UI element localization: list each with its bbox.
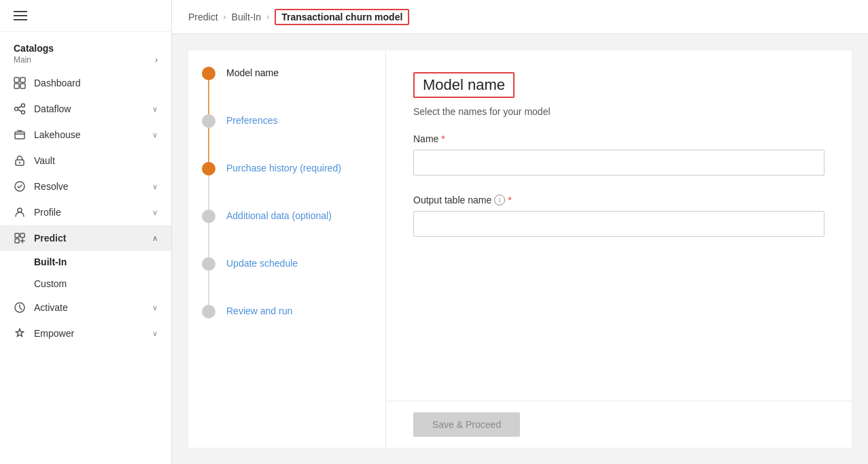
svg-rect-16 xyxy=(15,239,19,243)
step-preferences: Preferences xyxy=(202,114,372,162)
hamburger-menu[interactable] xyxy=(14,11,27,20)
nav-items: Dashboard Dataflow ∨ xyxy=(0,70,171,464)
svg-point-4 xyxy=(15,107,18,111)
predict-icon xyxy=(14,232,26,244)
sidebar-item-dashboard[interactable]: Dashboard xyxy=(0,70,171,96)
step-5-line xyxy=(208,271,209,305)
step-additional-data: Additional data (optional) xyxy=(202,210,372,257)
output-table-required-star: * xyxy=(508,195,511,205)
step-5-circle xyxy=(202,257,215,271)
name-input[interactable] xyxy=(413,150,824,176)
catalogs-chevron[interactable]: › xyxy=(155,55,158,65)
content-area: Model name Preferences xyxy=(172,34,868,464)
step-3-line xyxy=(208,176,209,210)
step-6-circle xyxy=(202,305,215,318)
flow-icon xyxy=(14,103,26,115)
dataflow-chevron: ∨ xyxy=(152,105,158,114)
svg-rect-1 xyxy=(20,78,25,82)
dataflow-label: Dataflow xyxy=(34,103,144,114)
step-1-label[interactable]: Model name xyxy=(226,67,372,78)
lakehouse-label: Lakehouse xyxy=(34,129,144,140)
dashboard-label: Dashboard xyxy=(34,78,158,88)
grid-icon xyxy=(14,77,26,89)
breadcrumb-sep-1: › xyxy=(224,12,226,22)
activate-chevron: ∨ xyxy=(152,303,158,312)
sidebar-item-vault[interactable]: Vault xyxy=(0,148,171,173)
name-required-star: * xyxy=(441,133,445,144)
step-4-line xyxy=(208,223,209,257)
box-icon xyxy=(14,129,26,141)
sidebar-item-predict[interactable]: Predict ∧ xyxy=(0,225,171,251)
step-3-label[interactable]: Purchase history (required) xyxy=(226,162,372,173)
step-2-line xyxy=(208,128,209,162)
sidebar-item-dataflow[interactable]: Dataflow ∨ xyxy=(0,96,171,122)
profile-label: Profile xyxy=(34,207,144,218)
form-title: Model name xyxy=(423,76,505,93)
sidebar-header xyxy=(0,0,171,32)
catalogs-sub: Main › xyxy=(14,55,158,65)
sidebar-item-profile[interactable]: Profile ∨ xyxy=(0,199,171,225)
step-2-left xyxy=(202,114,215,162)
step-4-left xyxy=(202,210,215,257)
svg-rect-15 xyxy=(20,233,24,237)
steps-panel: Model name Preferences xyxy=(188,50,385,448)
step-3-left xyxy=(202,162,215,210)
activate-icon xyxy=(14,301,26,314)
step-4-circle xyxy=(202,210,215,223)
resolve-icon xyxy=(14,180,26,193)
profile-chevron: ∨ xyxy=(152,208,158,217)
output-table-input[interactable] xyxy=(413,211,824,237)
step-6-label[interactable]: Review and run xyxy=(226,305,372,316)
lakehouse-chevron: ∨ xyxy=(152,131,158,139)
step-5-left xyxy=(202,257,215,305)
svg-point-13 xyxy=(18,208,22,212)
svg-rect-0 xyxy=(14,78,19,82)
svg-rect-9 xyxy=(15,132,24,139)
svg-rect-14 xyxy=(15,233,19,237)
form-content: Model name Select the names for your mod… xyxy=(386,50,852,401)
sidebar: Catalogs Main › Dashboard xyxy=(0,0,172,464)
step-6-left xyxy=(202,305,215,318)
resolve-chevron: ∨ xyxy=(152,182,158,191)
catalogs-label: Catalogs xyxy=(14,43,158,54)
output-table-label: Output table name i * xyxy=(413,195,824,205)
name-label: Name * xyxy=(413,133,824,144)
vault-label: Vault xyxy=(34,155,158,166)
step-5-label[interactable]: Update schedule xyxy=(226,257,372,269)
breadcrumb-builtin[interactable]: Built-In xyxy=(232,12,262,22)
sidebar-item-custom[interactable]: Custom xyxy=(0,273,171,295)
step-review-run: Review and run xyxy=(202,305,372,318)
output-table-info-icon[interactable]: i xyxy=(494,195,505,205)
sidebar-item-builtin[interactable]: Built-In xyxy=(0,251,171,273)
breadcrumb-current: Transactional churn model xyxy=(275,9,409,25)
sidebar-item-activate[interactable]: Activate ∨ xyxy=(0,295,171,320)
empower-icon xyxy=(14,327,26,339)
name-group: Name * xyxy=(413,133,824,176)
step-3-circle xyxy=(202,162,215,176)
form-footer: Save & Proceed xyxy=(386,401,852,448)
svg-point-11 xyxy=(19,162,20,163)
svg-line-7 xyxy=(18,106,22,108)
empower-chevron: ∨ xyxy=(152,329,158,338)
step-2-circle xyxy=(202,114,215,128)
breadcrumb-sep-2: › xyxy=(266,12,269,22)
step-purchase-history: Purchase history (required) xyxy=(202,162,372,210)
form-panel: Model name Select the names for your mod… xyxy=(385,50,852,448)
svg-line-8 xyxy=(18,110,22,112)
sidebar-item-resolve[interactable]: Resolve ∨ xyxy=(0,173,171,199)
profile-icon xyxy=(14,206,26,218)
sidebar-item-lakehouse[interactable]: Lakehouse ∨ xyxy=(0,122,171,148)
form-title-box: Model name xyxy=(413,72,515,98)
breadcrumb-predict[interactable]: Predict xyxy=(188,12,218,22)
topbar: Predict › Built-In › Transactional churn… xyxy=(172,0,868,34)
output-table-group: Output table name i * xyxy=(413,195,824,237)
svg-rect-2 xyxy=(14,84,19,88)
predict-chevron: ∧ xyxy=(152,234,158,243)
save-proceed-button[interactable]: Save & Proceed xyxy=(413,412,520,437)
activate-label: Activate xyxy=(34,302,144,313)
empower-label: Empower xyxy=(34,328,144,339)
sidebar-item-empower[interactable]: Empower ∨ xyxy=(0,320,171,346)
step-2-label[interactable]: Preferences xyxy=(226,114,372,126)
step-4-label[interactable]: Additional data (optional) xyxy=(226,210,372,221)
step-model-name: Model name xyxy=(202,67,372,114)
